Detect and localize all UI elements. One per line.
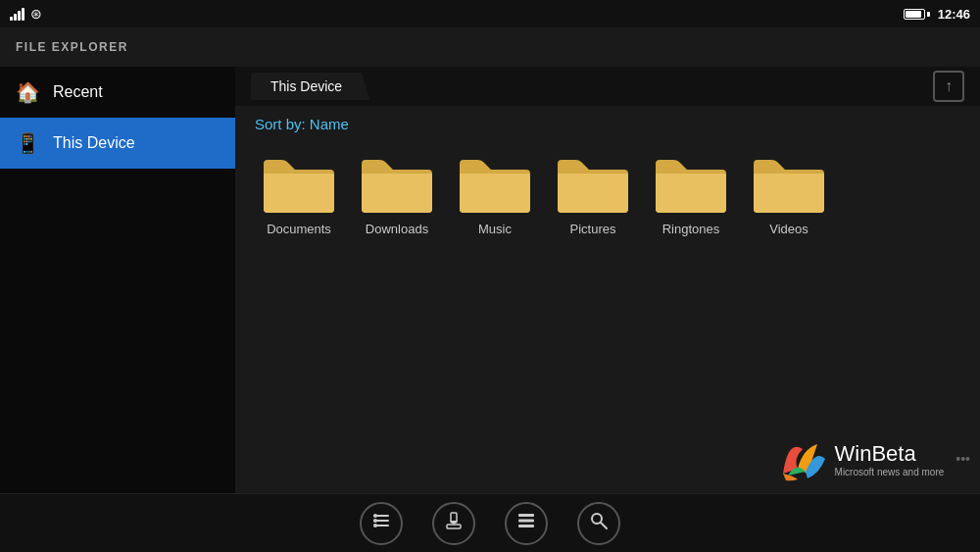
taskbar-share-button[interactable] xyxy=(432,502,475,545)
folder-videos[interactable]: Videos xyxy=(745,152,833,236)
svg-line-13 xyxy=(601,523,607,528)
sidebar-item-recent[interactable]: 🏠 Recent xyxy=(0,67,235,118)
sidebar-label-this-device: This Device xyxy=(53,134,135,152)
search-icon xyxy=(589,511,609,535)
folder-label-documents: Documents xyxy=(267,222,331,236)
folder-label-pictures: Pictures xyxy=(570,222,616,236)
folder-label-music: Music xyxy=(478,222,512,236)
title-bar: FILE EXPLORER xyxy=(0,27,980,67)
wifi-icon: ⊛ xyxy=(30,6,42,22)
up-arrow-icon: ↑ xyxy=(945,77,953,95)
status-right: 12:46 xyxy=(904,7,970,22)
folder-icon-music xyxy=(456,152,534,216)
folder-ringtones[interactable]: Ringtones xyxy=(647,152,735,236)
up-arrow-button[interactable]: ↑ xyxy=(933,71,964,102)
app-container: FILE EXPLORER 🏠 Recent 📱 This Device Thi… xyxy=(0,27,980,552)
sort-value[interactable]: Name xyxy=(310,116,349,132)
sidebar: 🏠 Recent 📱 This Device xyxy=(0,67,235,493)
taskbar xyxy=(0,493,980,552)
list-view-icon xyxy=(371,511,391,535)
svg-rect-9 xyxy=(518,514,534,517)
svg-point-3 xyxy=(373,514,377,518)
taskbar-details-button[interactable] xyxy=(505,502,548,545)
folder-icon-documents xyxy=(260,152,338,216)
taskbar-list-view-button[interactable] xyxy=(360,502,403,545)
status-bar: ⊛ 12:46 xyxy=(0,0,980,27)
sort-bar: Sort by: Name xyxy=(235,106,980,142)
details-icon xyxy=(516,511,536,535)
folder-label-downloads: Downloads xyxy=(366,222,428,236)
folder-music[interactable]: Music xyxy=(451,152,539,236)
app-title: FILE EXPLORER xyxy=(16,40,128,54)
winbeta-more-dots: ••• xyxy=(956,451,970,467)
share-icon xyxy=(444,511,464,535)
signal-icon xyxy=(10,7,24,21)
folder-pictures[interactable]: Pictures xyxy=(549,152,637,236)
breadcrumb-tab[interactable]: This Device xyxy=(251,73,362,100)
folder-icon-ringtones xyxy=(652,152,730,216)
folder-downloads[interactable]: Downloads xyxy=(353,152,441,236)
breadcrumb-label: This Device xyxy=(270,78,342,94)
sidebar-item-this-device[interactable]: 📱 This Device xyxy=(0,118,235,169)
sidebar-label-recent: Recent xyxy=(53,83,103,101)
svg-point-5 xyxy=(373,524,377,527)
content-area: This Device ↑ Sort by: Name xyxy=(235,67,980,493)
svg-rect-8 xyxy=(447,525,461,528)
folder-label-ringtones: Ringtones xyxy=(662,222,720,236)
winbeta-flag-icon xyxy=(778,434,827,483)
clock: 12:46 xyxy=(938,7,970,22)
home-icon: 🏠 xyxy=(16,80,39,104)
folder-icon-downloads xyxy=(358,152,436,216)
folder-icon-pictures xyxy=(554,152,632,216)
svg-point-4 xyxy=(373,519,377,523)
breadcrumb-bar: This Device ↑ xyxy=(235,67,980,106)
svg-rect-11 xyxy=(518,525,534,527)
folder-icon-videos xyxy=(750,152,828,216)
winbeta-tagline: Microsoft news and more xyxy=(835,467,945,477)
folders-grid: Documents Downloads xyxy=(235,142,980,246)
sort-prefix: Sort by: xyxy=(255,116,306,132)
phone-icon: 📱 xyxy=(16,131,39,155)
battery-icon xyxy=(904,9,930,20)
winbeta-logo: WinBeta Microsoft news and more ••• xyxy=(778,434,970,483)
folder-label-videos: Videos xyxy=(769,222,808,236)
status-left: ⊛ xyxy=(10,6,42,22)
taskbar-search-button[interactable] xyxy=(577,502,620,545)
winbeta-text-group: WinBeta Microsoft news and more xyxy=(835,441,945,477)
winbeta-name: WinBeta xyxy=(835,441,945,467)
folder-documents[interactable]: Documents xyxy=(255,152,343,236)
main-layout: 🏠 Recent 📱 This Device This Device ↑ xyxy=(0,67,980,493)
svg-rect-10 xyxy=(518,520,534,523)
